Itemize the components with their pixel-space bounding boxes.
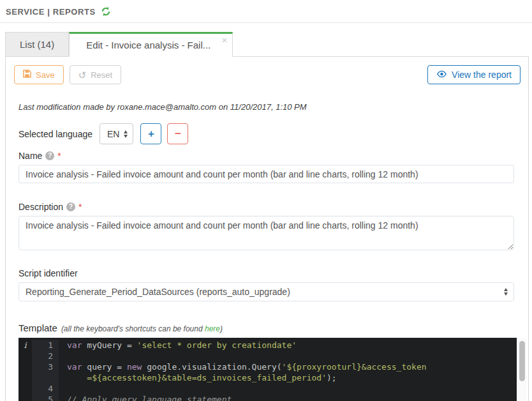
script-identifier-label: Script identifier [18,268,78,278]
breadcrumb-label: SERVICE | REPORTS [6,7,96,17]
eye-icon [436,70,447,80]
question-icon[interactable]: ? [45,151,54,160]
save-icon [23,70,31,80]
save-button-label: Save [36,70,55,80]
editor-scrollbar[interactable] [517,338,527,401]
reports-page: SERVICE | REPORTS List (14) Edit - Invoi… [0,0,532,401]
reset-icon: ↺ [78,71,87,79]
template-shortcuts-note: (all the keyboard's shortcuts can be fou… [61,324,223,333]
template-code-editor[interactable]: i1var myQuery = 'select * order by creat… [18,338,527,401]
tab-list[interactable]: List (14) [5,32,69,56]
edit-report-panel: Save ↺ Reset View the report Last modifi… [5,56,529,401]
name-label: Name [18,151,42,161]
breadcrumb: SERVICE | REPORTS [0,0,532,23]
script-identifier-select[interactable]: Reporting_Generate_Period_DataSources (r… [18,282,514,301]
note-prefix: (all the keyboard's shortcuts can be fou… [61,324,205,333]
last-modification-note: Last modification made by roxane.mace@am… [18,102,521,112]
view-report-label: View the report [452,70,512,80]
script-identifier-value: Reporting_Generate_Period_DataSources (r… [26,287,290,297]
template-label-row: Template (all the keyboard's shortcuts c… [18,322,521,333]
toolbar: Save ↺ Reset View the report [14,65,521,84]
select-caret-icon [504,288,508,296]
select-caret-icon [124,130,128,138]
code-area[interactable]: i1var myQuery = 'select * order by creat… [18,338,517,401]
reset-button-label: Reset [91,70,112,80]
editor-scrollbar-thumb[interactable] [519,341,525,381]
refresh-icon[interactable] [101,6,111,17]
tab-list-label: List (14) [20,39,54,50]
save-button[interactable]: Save [14,65,64,84]
tab-bar: List (14) Edit - Invoice analysis - Fail… [5,32,529,56]
tab-edit-report[interactable]: Edit - Invoice analysis - Fail... × [69,32,233,57]
language-select-value: EN [107,129,119,139]
remove-language-button[interactable]: − [167,123,188,144]
question-icon[interactable]: ? [66,202,75,211]
tab-edit-label: Edit - Invoice analysis - Fail... [86,40,211,50]
required-asterisk: * [78,202,82,212]
reset-button[interactable]: ↺ Reset [70,65,122,84]
required-asterisk: * [57,151,61,161]
add-language-button[interactable]: + [140,123,161,144]
note-suffix: ) [220,324,223,333]
language-select[interactable]: EN [100,123,133,144]
description-label-row: Description ? * [18,202,521,212]
name-input[interactable] [18,165,514,183]
language-row: Selected language EN + − [18,123,521,144]
shortcuts-here-link[interactable]: here [205,324,220,333]
description-label: Description [18,202,63,212]
template-label: Template [18,322,57,333]
selected-language-label: Selected language [18,129,92,139]
script-identifier-label-row: Script identifier [18,268,521,278]
view-report-button[interactable]: View the report [427,65,521,84]
close-icon[interactable]: × [222,35,228,45]
name-label-row: Name ? * [18,151,521,161]
description-textarea[interactable]: Invoice analysis - Failed invoice amount… [18,216,514,250]
